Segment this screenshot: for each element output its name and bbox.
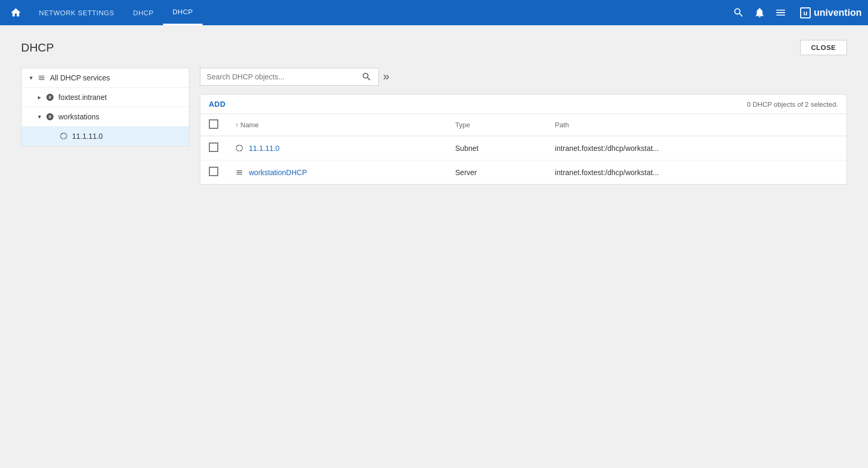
toggle-foxtest[interactable]: ▸ [35, 93, 44, 101]
tree-item-workstations[interactable]: ▾ workstations [22, 107, 189, 127]
row1-checkbox-cell [200, 136, 227, 160]
row2-name: workstationDHCP [249, 168, 307, 177]
brand-name: univention [814, 7, 862, 18]
brand-logo: u univention [800, 7, 862, 18]
content-layout: ▾ All DHCP services ▸ foxtest.intranet [21, 68, 847, 185]
row1-name-cell: 11.1.11.0 [227, 136, 447, 160]
row1-checkbox[interactable] [209, 143, 218, 152]
nav-links: NETWORK SETTINGS DHCP DHCP [29, 0, 733, 25]
server-icon-workstations [45, 111, 55, 122]
tree-label-all-dhcp: All DHCP services [50, 74, 110, 82]
select-all-checkbox[interactable] [209, 119, 218, 129]
nav-link-network-settings[interactable]: NETWORK SETTINGS [29, 0, 124, 25]
toggle-subnet [49, 132, 57, 140]
table-header-row: ↑ Name Type Path [200, 114, 846, 136]
search-input-wrap[interactable] [200, 68, 379, 86]
th-type: Type [447, 114, 547, 136]
th-name: ↑ Name [227, 114, 447, 136]
table-row: workstationDHCP Server intranet.foxtest:… [200, 160, 846, 185]
search-nav-icon[interactable] [733, 7, 744, 18]
subnet-icon-tree [58, 131, 69, 141]
sort-icon[interactable]: ↑ [235, 121, 238, 129]
row2-name-link[interactable]: workstationDHCP [235, 168, 438, 177]
tree-item-subnet[interactable]: 11.1.11.0 [22, 127, 189, 146]
menu-icon[interactable] [775, 7, 786, 18]
th-checkbox [200, 114, 227, 136]
results-toolbar: ADD 0 DHCP objects of 2 selected. [200, 95, 846, 114]
results-table: ↑ Name Type Path [200, 114, 846, 184]
nav-link-dhcp-2[interactable]: DHCP [163, 0, 203, 25]
toggle-workstations[interactable]: ▾ [35, 113, 44, 121]
expand-search-button[interactable]: » [383, 70, 389, 84]
table-row: 11.1.11.0 Subnet intranet.foxtest:/dhcp/… [200, 136, 846, 160]
search-bar: » [200, 68, 847, 86]
tree-label-subnet: 11.1.11.0 [72, 132, 103, 140]
th-path: Path [547, 114, 846, 136]
row2-type: Server [447, 160, 547, 185]
results-count: 0 DHCP objects of 2 selected. [747, 100, 838, 108]
notifications-icon [754, 7, 765, 18]
row1-path: intranet.foxtest:/dhcp/workstat... [547, 136, 846, 160]
hamburger-icon [775, 7, 786, 18]
main-content: DHCP CLOSE ▾ All DHCP services ▸ [0, 25, 868, 468]
navbar-right: u univention [733, 7, 862, 18]
search-icon [733, 7, 744, 18]
server-icon-foxtest [45, 92, 55, 103]
row2-name-cell: workstationDHCP [227, 160, 447, 185]
server-list-icon [36, 73, 47, 83]
page-header: DHCP CLOSE [21, 40, 847, 55]
row1-name: 11.1.11.0 [249, 144, 279, 152]
tree-label-workstations: workstations [58, 113, 99, 121]
row1-name-link[interactable]: 11.1.11.0 [235, 144, 438, 153]
search-input[interactable] [207, 73, 361, 81]
row2-path: intranet.foxtest:/dhcp/workstat... [547, 160, 846, 185]
right-panel: » ADD 0 DHCP objects of 2 selected. [200, 68, 847, 185]
tree-panel: ▾ All DHCP services ▸ foxtest.intranet [21, 68, 189, 146]
navbar: NETWORK SETTINGS DHCP DHCP u univention [0, 0, 868, 25]
page-title: DHCP [21, 41, 54, 55]
server-icon-row2 [235, 168, 245, 177]
tree-item-foxtest[interactable]: ▸ foxtest.intranet [22, 88, 189, 107]
toggle-all-dhcp[interactable]: ▾ [27, 74, 35, 82]
bell-icon[interactable] [754, 7, 765, 18]
home-button[interactable] [6, 3, 25, 22]
add-button[interactable]: ADD [209, 100, 226, 108]
row2-checkbox-cell [200, 160, 227, 185]
row2-checkbox[interactable] [209, 167, 218, 176]
search-submit-icon[interactable] [361, 72, 372, 82]
results-panel: ADD 0 DHCP objects of 2 selected. ↑ [200, 94, 847, 185]
nav-link-dhcp-1[interactable]: DHCP [124, 0, 163, 25]
brand-prefix: u [800, 7, 811, 18]
tree-item-all-dhcp[interactable]: ▾ All DHCP services [22, 68, 189, 88]
tree-label-foxtest: foxtest.intranet [58, 93, 107, 101]
close-button[interactable]: CLOSE [800, 40, 847, 55]
subnet-icon-row1 [235, 144, 245, 153]
row1-type: Subnet [447, 136, 547, 160]
home-icon [10, 7, 22, 18]
col-name-label: Name [240, 121, 259, 129]
